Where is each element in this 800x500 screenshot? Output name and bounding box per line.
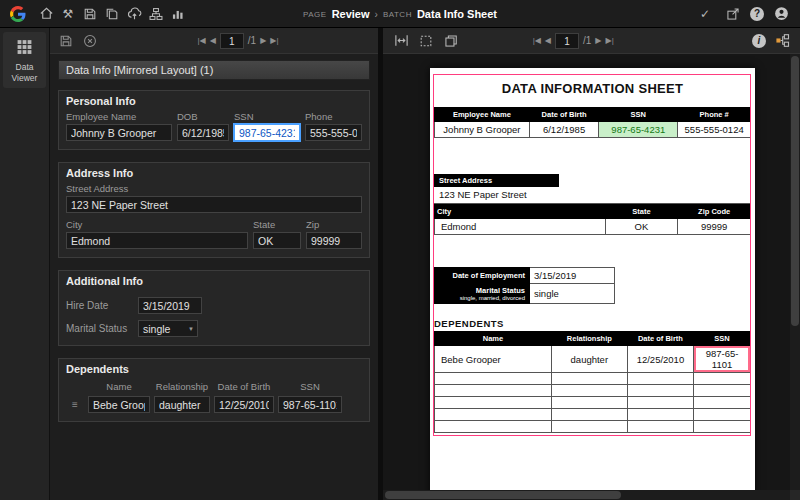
app-window: ⚒ PAGE Review › BATCH Data Info Sheet ✓ — [0, 0, 800, 500]
open-external-icon[interactable] — [722, 3, 744, 25]
batch-label: BATCH — [383, 10, 412, 19]
section-dependents: Dependents Name Relationship Date of Bir… — [58, 358, 370, 422]
dob-field[interactable] — [177, 124, 229, 141]
employee-name-field[interactable] — [66, 124, 172, 141]
doc-employee-table: Employee Name Date of Birth SSN Phone # … — [434, 107, 751, 138]
dependent-row: ≡ — [66, 396, 362, 413]
next-page-button[interactable]: ▶ — [595, 37, 601, 45]
dependent-name-field[interactable] — [88, 396, 150, 413]
col-ssn-label: SSN — [278, 381, 342, 392]
record-total-label: /1 — [248, 35, 256, 46]
doc-header-employee-name: Employee Name — [435, 108, 530, 122]
select-region-icon[interactable] — [416, 31, 436, 51]
user-account-icon[interactable] — [770, 3, 792, 25]
phone-field[interactable] — [305, 124, 362, 141]
document-viewport[interactable]: DATA INFORMATION SHEET Employee Name Dat… — [383, 54, 790, 490]
doc-dep-header-rel: Relationship — [551, 332, 627, 346]
stats-chart-icon[interactable] — [167, 3, 189, 25]
doc-marital-label: Marital Status — [439, 286, 525, 295]
city-field[interactable] — [66, 232, 248, 249]
doc-dependents-label: DEPENDENTS — [434, 318, 751, 329]
hire-date-label: Hire Date — [66, 300, 138, 311]
tools-icon[interactable]: ⚒ — [57, 3, 79, 25]
ssn-label: SSN — [234, 111, 300, 122]
home-icon[interactable] — [35, 3, 57, 25]
doc-dep-empty-row — [435, 409, 751, 421]
zip-field[interactable] — [306, 232, 362, 249]
section-personal-info: Personal Info Employee Name DOB SSN — [58, 90, 370, 150]
fit-width-icon[interactable] — [391, 31, 411, 51]
document-toolbar: |◀ ◀ 1 /1 ▶ ▶| i — [383, 28, 800, 54]
copy-pages-icon[interactable] — [441, 31, 461, 51]
doc-marital-options: single, married, divorced — [439, 295, 525, 301]
ssn-field-selected[interactable] — [234, 124, 300, 141]
section-title: Address Info — [59, 163, 369, 182]
horizontal-scrollbar-thumb[interactable] — [385, 491, 621, 499]
cancel-changes-icon[interactable] — [80, 31, 100, 51]
doc-dependents-table: Name Relationship Date of Birth SSN Bebe… — [434, 331, 751, 433]
doc-marital-value: single — [530, 284, 615, 304]
save-data-icon[interactable] — [56, 31, 76, 51]
doc-dep-header-dob: Date of Birth — [627, 332, 693, 346]
vertical-scrollbar-thumb[interactable] — [791, 56, 799, 326]
dependent-relationship-field[interactable] — [154, 396, 210, 413]
doc-street-address-value: 123 NE Paper Street — [434, 187, 751, 204]
vertical-scrollbar[interactable] — [790, 54, 800, 490]
first-record-button[interactable]: |◀ — [197, 37, 205, 45]
complete-check-icon[interactable]: ✓ — [694, 3, 716, 25]
horizontal-scrollbar[interactable] — [383, 490, 790, 500]
doc-hire-date-value: 3/15/2019 — [530, 268, 615, 284]
save-all-icon[interactable] — [101, 3, 123, 25]
city-label: City — [66, 219, 248, 230]
doc-dob-value: 6/12/1985 — [529, 122, 599, 138]
info-icon[interactable]: i — [752, 34, 766, 48]
scrollbar-corner — [790, 490, 800, 500]
doc-dep-empty-row — [435, 373, 751, 385]
record-number-input[interactable]: 1 — [220, 33, 244, 49]
document-type-header[interactable]: Data Info [Mirrored Layout] (1) — [58, 60, 370, 80]
document-viewer-panel: |◀ ◀ 1 /1 ▶ ▶| i DATA INFORMATION SHEET — [383, 28, 800, 500]
doc-dep-header-ssn: SSN — [694, 332, 751, 346]
street-address-field[interactable] — [66, 196, 362, 213]
sidebar-item-label: Data Viewer — [3, 62, 46, 83]
doc-header-city: City — [435, 205, 606, 219]
help-icon[interactable]: ? — [750, 7, 764, 21]
doc-dep-empty-row — [435, 397, 751, 409]
workflow-branch-icon[interactable] — [772, 31, 792, 51]
left-icon-sidebar: Data Viewer — [0, 28, 50, 500]
first-page-button[interactable]: |◀ — [533, 37, 541, 45]
dependent-dob-field[interactable] — [214, 396, 274, 413]
previous-page-button[interactable]: ◀ — [545, 37, 551, 45]
batch-hierarchy-icon[interactable] — [145, 3, 167, 25]
section-additional-info: Additional Info Hire Date Marital Status… — [58, 270, 370, 346]
hire-date-field[interactable] — [138, 297, 202, 314]
page-number-input[interactable]: 1 — [555, 33, 579, 49]
previous-record-button[interactable]: ◀ — [210, 37, 216, 45]
doc-header-dob: Date of Birth — [529, 108, 599, 122]
doc-header-hire-date: Date of Employment — [435, 268, 530, 284]
section-title: Additional Info — [59, 271, 369, 290]
cloud-upload-icon[interactable] — [123, 3, 145, 25]
doc-header-zip: Zip Code — [678, 205, 751, 219]
next-record-button[interactable]: ▶ — [260, 37, 266, 45]
topbar-right-actions: ✓ ? — [694, 3, 800, 25]
last-record-button[interactable]: ▶| — [270, 37, 278, 45]
marital-status-select[interactable]: single ▼ — [138, 320, 198, 337]
last-page-button[interactable]: ▶| — [606, 37, 614, 45]
save-icon[interactable] — [79, 3, 101, 25]
grooper-logo-icon[interactable] — [10, 6, 26, 22]
col-name-label: Name — [88, 381, 150, 392]
marital-status-value: single — [143, 323, 188, 335]
doc-employee-name-value: Johnny B Grooper — [435, 122, 530, 138]
doc-header-state: State — [605, 205, 678, 219]
sidebar-item-data-viewer[interactable]: Data Viewer — [3, 32, 46, 88]
section-title: Dependents — [59, 359, 369, 378]
col-dob-label: Date of Birth — [214, 381, 274, 392]
section-address-info: Address Info Street Address City State — [58, 162, 370, 258]
row-handle-icon[interactable]: ≡ — [66, 399, 84, 410]
doc-ssn-highlighted-zone[interactable]: 987-65-4231 — [599, 122, 678, 138]
doc-dep-ssn-highlighted-zone[interactable]: 987-65-1101 — [694, 346, 751, 373]
doc-street-address-header: Street Address — [434, 174, 559, 187]
dependent-ssn-field[interactable] — [278, 396, 342, 413]
state-field[interactable] — [253, 232, 301, 249]
